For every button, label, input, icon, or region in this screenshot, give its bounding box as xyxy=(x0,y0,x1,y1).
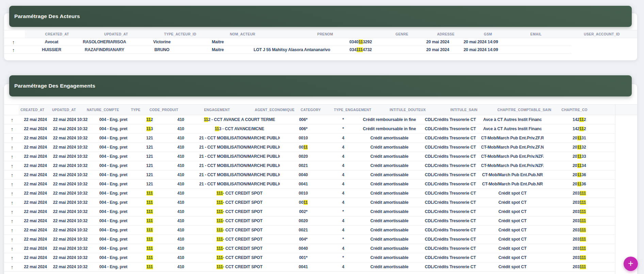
cell: 22 mai 2024 xyxy=(20,235,51,244)
arrow-up-icon[interactable]: ↑ xyxy=(4,180,20,188)
cell: 4 xyxy=(327,189,359,198)
arrow-up-icon[interactable]: ↑ xyxy=(4,235,20,244)
cell: 121 - CCT MOBILISATION/MARCHE PUBLIC xyxy=(199,134,280,142)
add-button[interactable]: + xyxy=(624,257,638,271)
column-header-adresse[interactable]: ADRESSE xyxy=(421,30,470,38)
column-header-type_acteur_id[interactable]: TYPE_ACTEUR_ID xyxy=(143,30,217,38)
arrow-up-icon[interactable]: ↑ xyxy=(4,170,20,179)
table-row[interactable]: ↑22 mai 202422 mai 2024 10:32004 - Eng. … xyxy=(4,134,615,143)
column-header-updated_at[interactable]: UPDATED_AT xyxy=(89,30,143,38)
arrow-up-icon[interactable]: ↑ xyxy=(4,262,20,271)
arrow-up-icon[interactable]: ↑ xyxy=(4,152,20,161)
table-row[interactable]: ↑22 mai 202422 mai 2024 10:32004 - Eng. … xyxy=(4,180,615,189)
column-header-intitule_douteux[interactable]: INTITULE_DOUTEUX xyxy=(380,105,436,115)
table-row[interactable]: ↑22 mai 202422 mai 2024 10:32004 - Eng. … xyxy=(4,124,615,134)
cell: 111 xyxy=(137,198,162,207)
column-header-created_at[interactable]: CREATED_AT xyxy=(25,30,89,38)
table-row[interactable]: ↑22 mai 202422 mai 2024 10:32004 - Eng. … xyxy=(4,161,615,170)
engagements-body: ↑22 mai 202422 mai 2024 10:32004 - Eng. … xyxy=(4,115,637,272)
column-header-chapitre_comptable_sain[interactable]: CHAPITRE_COMPTABLE_SAIN xyxy=(492,105,557,115)
column-header-category[interactable]: CATEGORY xyxy=(296,105,325,115)
arrow-up-icon[interactable]: ↑ xyxy=(4,161,20,170)
table-row[interactable]: ↑22 mai 202422 mai 2024 10:32004 - Eng. … xyxy=(4,262,615,272)
search-highlight: 111 xyxy=(216,228,223,232)
cell: CDL/Crédits Tresorerie CT xyxy=(419,198,481,207)
table-row[interactable]: ↑22 mai 202422 mai 2024 10:32004 - Eng. … xyxy=(4,226,615,235)
search-highlight: 111 xyxy=(216,264,223,269)
column-header-type_engagement[interactable]: TYPE_ENGAGEMENT xyxy=(325,105,380,115)
cell xyxy=(508,38,572,46)
search-highlight: 111 xyxy=(146,246,153,251)
column-header-chapitre_co[interactable]: CHAPITRE_CO xyxy=(557,105,638,115)
table-row[interactable]: ↑22 mai 202422 mai 2024 10:32004 - Eng. … xyxy=(4,253,615,262)
column-header-genre[interactable]: GENRE xyxy=(383,30,421,38)
table-row[interactable]: ↑22 mai 202422 mai 2024 10:32004 - Eng. … xyxy=(4,170,615,180)
arrow-up-icon[interactable]: ↑ xyxy=(4,124,20,133)
cell: CDL/Crédits Tresorerie CT xyxy=(419,189,481,198)
column-header-engagement[interactable]: ENGAGEMENT xyxy=(180,105,253,115)
table-row[interactable]: ↑22 mai 202422 mai 2024 10:32004 - Eng. … xyxy=(4,115,615,124)
column-header-gsm[interactable]: GSM xyxy=(470,30,505,38)
column-header-code_produit[interactable]: CODE_PRODUIT xyxy=(147,105,181,115)
search-highlight: 111 xyxy=(216,209,223,214)
cell: 22 mai 2024 xyxy=(20,198,51,207)
arrow-up-icon[interactable]: ↑ xyxy=(4,207,20,216)
table-row[interactable]: ↑22 mai 202422 mai 2024 10:32004 - Eng. … xyxy=(4,189,615,198)
cell: 22 mai 2024 xyxy=(20,124,51,133)
cell: 203111 xyxy=(544,198,615,207)
cell: CDL/Crédits Tresorerie CT xyxy=(419,124,481,133)
column-header-agent_economique[interactable]: AGENT_ECONOMIQUE xyxy=(254,105,296,115)
table-row[interactable]: ↑22 mai 202422 mai 2024 10:32004 - Eng. … xyxy=(4,143,615,152)
table-row[interactable]: ↑22 mai 202422 mai 2024 10:32004 - Eng. … xyxy=(4,235,615,244)
cell: 4 xyxy=(327,170,359,179)
table-row[interactable]: ↑22 mai 202422 mai 2024 10:32004 - Eng. … xyxy=(4,198,615,207)
search-highlight: 111 xyxy=(580,200,586,205)
column-header-updated_at[interactable]: UPDATED_AT xyxy=(46,105,82,115)
cell: CT-Mob/March Pub Ent.Pub.NR xyxy=(481,170,544,179)
cell: 142112 xyxy=(544,124,615,133)
table-row[interactable]: ↑HUISSIERRAZAFINDRIANARYBRUNOMaitreLOT J… xyxy=(4,46,571,54)
cell: 203111 xyxy=(544,207,615,216)
arrow-up-icon[interactable]: ↑ xyxy=(4,134,20,142)
table-row[interactable]: ↑AvocatRASOLOHERIARISOAVictorineMaitre03… xyxy=(4,38,571,46)
cell: 111 xyxy=(137,226,162,234)
column-header-user_account_id[interactable]: USER_ACCOUNT_ID xyxy=(566,30,637,38)
cell: 410 xyxy=(162,134,199,142)
arrow-up-icon[interactable]: ↑ xyxy=(4,115,20,124)
cell xyxy=(378,46,422,54)
column-header-intitule_sain[interactable]: INTITULE_SAIN xyxy=(436,105,492,115)
arrow-up-icon[interactable]: ↑ xyxy=(4,143,20,152)
arrow-up-icon[interactable]: ↑ xyxy=(4,216,20,225)
cell: 121 xyxy=(137,180,162,188)
cell: 203111 xyxy=(544,253,615,262)
cell: HUISSIER xyxy=(23,46,80,54)
cell: * xyxy=(327,253,359,262)
cell: CT-Mob/March Pub Ent.Pub.NR xyxy=(481,180,544,188)
table-row[interactable]: ↑22 mai 202422 mai 2024 10:32004 - Eng. … xyxy=(4,244,615,253)
cell: 111 xyxy=(137,207,162,216)
column-header-email[interactable]: EMAIL xyxy=(506,30,566,38)
cell: 22 mai 2024 10:32 xyxy=(51,216,90,225)
cell: Crédit spot CT xyxy=(481,253,544,262)
column-header-created_at[interactable]: CREATED_AT xyxy=(19,105,46,115)
column-header-type[interactable]: TYPE xyxy=(124,105,147,115)
arrow-up-icon[interactable]: ↑ xyxy=(4,46,23,54)
arrow-up-icon[interactable]: ↑ xyxy=(4,189,20,198)
engagements-header-row: CREATED_ATUPDATED_ATNATURE_COMPTETYPECOD… xyxy=(4,104,637,115)
table-row[interactable]: ↑22 mai 202422 mai 2024 10:32004 - Eng. … xyxy=(4,207,615,216)
search-highlight: 111 xyxy=(216,246,223,251)
table-row[interactable]: ↑22 mai 202422 mai 2024 10:32004 - Eng. … xyxy=(4,216,615,226)
arrow-up-icon[interactable]: ↑ xyxy=(4,198,20,207)
cell: 121 xyxy=(137,152,162,161)
column-header-prenom[interactable]: PRENOM xyxy=(268,30,383,38)
table-row[interactable]: ↑22 mai 202422 mai 2024 10:32004 - Eng. … xyxy=(4,152,615,161)
cell: 004 - Eng. pret xyxy=(90,161,137,170)
cell: 203111 xyxy=(544,216,615,225)
arrow-up-icon[interactable]: ↑ xyxy=(4,244,20,253)
column-header-nature_compte[interactable]: NATURE_COMPTE xyxy=(82,105,124,115)
column-header-nom_acteur[interactable]: NOM_ACTEUR xyxy=(217,30,268,38)
arrow-up-icon[interactable]: ↑ xyxy=(4,253,20,262)
arrow-up-icon[interactable]: ↑ xyxy=(4,38,23,46)
arrow-up-icon[interactable]: ↑ xyxy=(4,226,20,234)
cell: 4 xyxy=(327,161,359,170)
